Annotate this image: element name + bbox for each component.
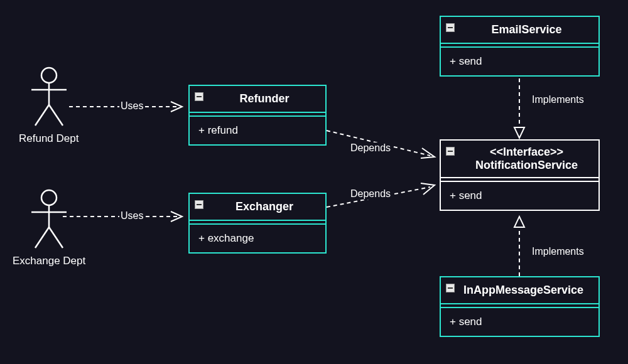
svg-line-8 xyxy=(35,227,49,248)
svg-point-5 xyxy=(41,190,57,205)
svg-line-3 xyxy=(35,105,49,126)
interface-notification-service[interactable]: <<Interface>> NotificationService + send xyxy=(440,139,600,211)
class-name: Exchanger xyxy=(236,200,293,213)
class-method: + send xyxy=(441,182,598,210)
svg-marker-15 xyxy=(514,127,524,138)
stick-figure-icon xyxy=(24,66,74,129)
class-email-service[interactable]: EmailService + send xyxy=(440,16,600,77)
edge-label-uses: Uses xyxy=(119,100,144,112)
edge-label-implements: Implements xyxy=(531,94,585,105)
edge-label-depends: Depends xyxy=(349,142,392,154)
edge-depends-exchanger xyxy=(327,182,440,220)
edge-implements-email xyxy=(512,78,531,141)
svg-marker-17 xyxy=(514,217,524,227)
class-name: NotificationService xyxy=(475,159,578,171)
class-name: Refunder xyxy=(239,92,289,105)
class-method: + send xyxy=(441,48,598,75)
edge-label-implements: Implements xyxy=(531,246,585,257)
class-name: InAppMessageService xyxy=(463,284,583,296)
collapse-icon[interactable] xyxy=(446,147,455,156)
edge-implements-inapp xyxy=(512,217,531,279)
svg-line-9 xyxy=(49,227,63,248)
class-refunder[interactable]: Refunder + refund xyxy=(188,85,327,146)
edge-label-uses: Uses xyxy=(119,210,144,222)
actor-exchange-dept: Exchange Dept xyxy=(13,188,85,267)
svg-point-0 xyxy=(41,68,57,83)
collapse-icon[interactable] xyxy=(195,92,203,101)
actor-label: Refund Dept xyxy=(19,132,78,145)
collapse-icon[interactable] xyxy=(446,284,455,292)
stick-figure-icon xyxy=(24,188,74,251)
class-exchanger[interactable]: Exchanger + exchange xyxy=(188,193,327,254)
class-method: + exchange xyxy=(190,225,325,252)
actor-refund-dept: Refund Dept xyxy=(19,66,78,145)
svg-line-4 xyxy=(49,105,63,126)
class-name: EmailService xyxy=(491,23,561,36)
actor-label: Exchange Dept xyxy=(13,255,85,267)
edge-label-depends: Depends xyxy=(349,188,392,200)
collapse-icon[interactable] xyxy=(446,23,455,32)
stereotype: <<Interface>> xyxy=(463,146,590,159)
class-method: + refund xyxy=(190,117,325,144)
class-method: + send xyxy=(441,308,598,336)
class-inapp-message-service[interactable]: InAppMessageService + send xyxy=(440,276,600,337)
collapse-icon[interactable] xyxy=(195,200,203,209)
